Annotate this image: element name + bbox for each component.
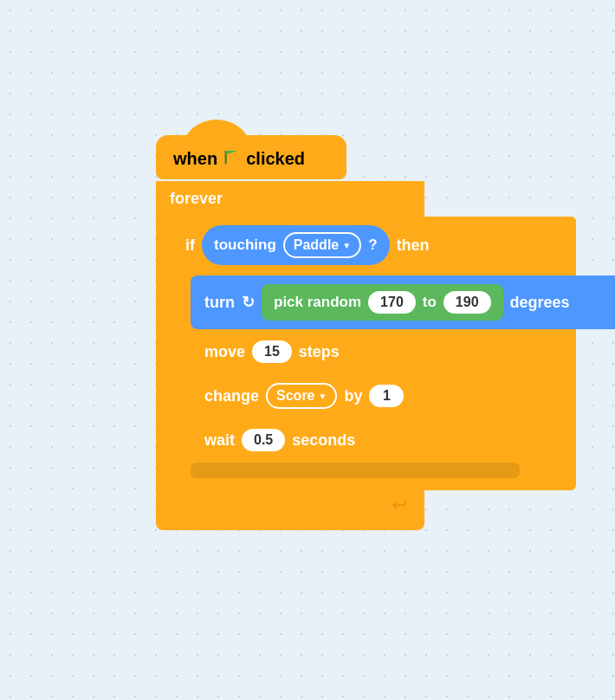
forever-block[interactable]: forever if touching Paddle ▼ ?	[156, 181, 424, 530]
if-block[interactable]: if touching Paddle ▼ ? then	[173, 217, 576, 490]
change-label: change	[204, 387, 259, 405]
question-mark: ?	[368, 237, 377, 254]
change-score-block[interactable]: change Score ▼ by 1	[191, 374, 418, 418]
paddle-value: Paddle	[294, 237, 339, 253]
if-inner: turn ↻ pick random 170 to 190 degrees	[191, 274, 576, 482]
by-label: by	[344, 387, 362, 405]
scratch-program: when clicked forever if touching	[156, 135, 424, 530]
rotate-clockwise-icon: ↻	[242, 293, 255, 312]
wait-block[interactable]: wait 0.5 seconds	[191, 420, 369, 460]
move-block[interactable]: move 15 steps	[191, 332, 353, 372]
random-to-value[interactable]: 190	[443, 291, 491, 314]
degrees-label: degrees	[510, 294, 570, 312]
loop-arrow-icon: ↩	[392, 494, 407, 516]
touching-condition[interactable]: touching Paddle ▼ ?	[202, 225, 390, 265]
if-empty-slot	[191, 463, 520, 478]
forever-label-row: forever	[156, 181, 424, 217]
turn-block[interactable]: turn ↻ pick random 170 to 190 degrees	[191, 275, 615, 329]
touching-label: touching	[214, 237, 276, 254]
when-label: when	[173, 149, 217, 168]
random-from-value[interactable]: 170	[368, 291, 416, 314]
if-header: if touching Paddle ▼ ? then	[173, 217, 576, 274]
move-steps-value[interactable]: 15	[252, 340, 292, 363]
dropdown-arrow-icon: ▼	[342, 241, 351, 250]
to-label: to	[423, 294, 437, 311]
score-dropdown-arrow-icon: ▼	[319, 392, 327, 401]
seconds-label: seconds	[292, 431, 355, 450]
score-dropdown[interactable]: Score ▼	[266, 383, 337, 409]
green-flag-icon[interactable]	[223, 146, 242, 165]
pick-random-label: pick random	[274, 294, 361, 311]
score-value: Score	[276, 388, 314, 404]
if-label: if	[185, 237, 195, 255]
steps-label: steps	[299, 343, 340, 361]
forever-loop-arrow: ↩	[156, 490, 424, 516]
paddle-dropdown[interactable]: Paddle ▼	[283, 232, 361, 258]
forever-text: forever	[170, 190, 223, 208]
wait-label: wait	[204, 431, 235, 450]
then-label: then	[397, 237, 430, 255]
when-clicked-block[interactable]: when clicked	[156, 135, 346, 179]
turn-label: turn	[204, 294, 235, 312]
pick-random-block[interactable]: pick random 170 to 190	[262, 284, 503, 321]
clicked-label: clicked	[246, 149, 305, 168]
wait-seconds-value[interactable]: 0.5	[242, 429, 285, 451]
move-label: move	[204, 343, 245, 361]
forever-inner: if touching Paddle ▼ ? then	[177, 217, 424, 490]
change-by-value[interactable]: 1	[369, 385, 404, 407]
